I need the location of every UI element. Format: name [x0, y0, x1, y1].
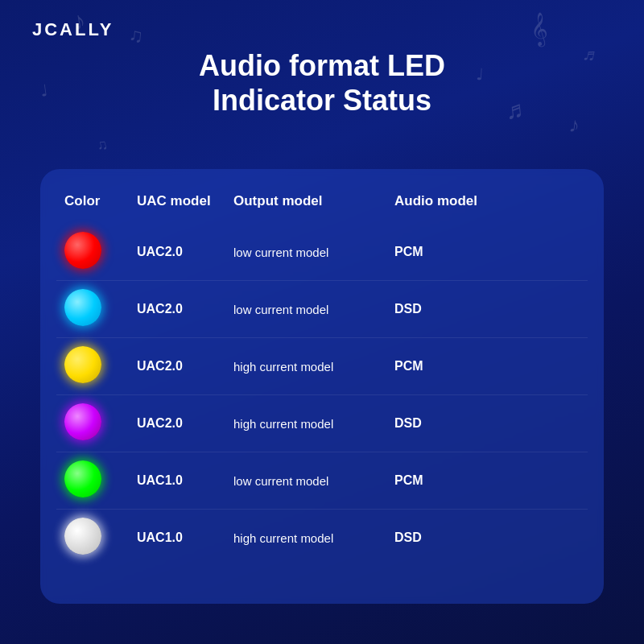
- header-color: Color: [64, 193, 137, 209]
- table-row: UAC1.0 low current model PCM: [56, 452, 588, 510]
- table-row: UAC1.0 high current model DSD: [56, 510, 588, 566]
- led-dot: [64, 403, 101, 440]
- header-uac: UAC model: [137, 193, 233, 209]
- page-title: Audio format LED Indicator Status: [0, 48, 644, 118]
- table-body: UAC2.0 low current model PCM UAC2.0 low …: [56, 224, 588, 566]
- title-line1: Audio format LED: [199, 49, 445, 82]
- output-model-cell: high current model: [233, 531, 394, 545]
- output-model-cell: high current model: [233, 417, 394, 431]
- uac-model-cell: UAC2.0: [137, 245, 233, 259]
- audio-model-cell: PCM: [394, 359, 499, 374]
- led-color-cell: [64, 346, 137, 386]
- brand-logo: JCALLY: [32, 19, 114, 40]
- led-status-table-card: Color UAC model Output model Audio model…: [40, 169, 604, 604]
- led-dot: [64, 232, 101, 269]
- uac-model-cell: UAC2.0: [137, 359, 233, 374]
- audio-model-cell: DSD: [394, 416, 499, 431]
- led-dot: [64, 518, 101, 555]
- led-color-cell: [64, 403, 137, 444]
- uac-model-cell: UAC1.0: [137, 530, 233, 545]
- table-row: UAC2.0 low current model PCM: [56, 224, 588, 281]
- output-model-cell: low current model: [233, 303, 394, 316]
- audio-model-cell: DSD: [394, 530, 499, 545]
- table-row: UAC2.0 high current model DSD: [56, 395, 588, 452]
- led-dot: [64, 460, 101, 497]
- led-color-cell: [64, 518, 137, 558]
- uac-model-cell: UAC1.0: [137, 473, 233, 488]
- audio-model-cell: PCM: [394, 473, 499, 488]
- led-color-cell: [64, 232, 137, 272]
- table-row: UAC2.0 low current model DSD: [56, 281, 588, 338]
- led-dot: [64, 346, 101, 383]
- table-row: UAC2.0 high current model PCM: [56, 338, 588, 395]
- led-color-cell: [64, 289, 137, 329]
- header-output: Output model: [233, 193, 394, 209]
- audio-model-cell: DSD: [394, 302, 499, 316]
- led-color-cell: [64, 460, 137, 501]
- uac-model-cell: UAC2.0: [137, 302, 233, 316]
- output-model-cell: high current model: [233, 360, 394, 374]
- output-model-cell: low current model: [233, 474, 394, 488]
- header-audio: Audio model: [394, 193, 499, 209]
- uac-model-cell: UAC2.0: [137, 416, 233, 431]
- title-line2: Indicator Status: [213, 84, 431, 117]
- led-dot: [64, 289, 101, 326]
- output-model-cell: low current model: [233, 246, 394, 259]
- table-header: Color UAC model Output model Audio model: [56, 193, 588, 209]
- audio-model-cell: PCM: [394, 245, 499, 259]
